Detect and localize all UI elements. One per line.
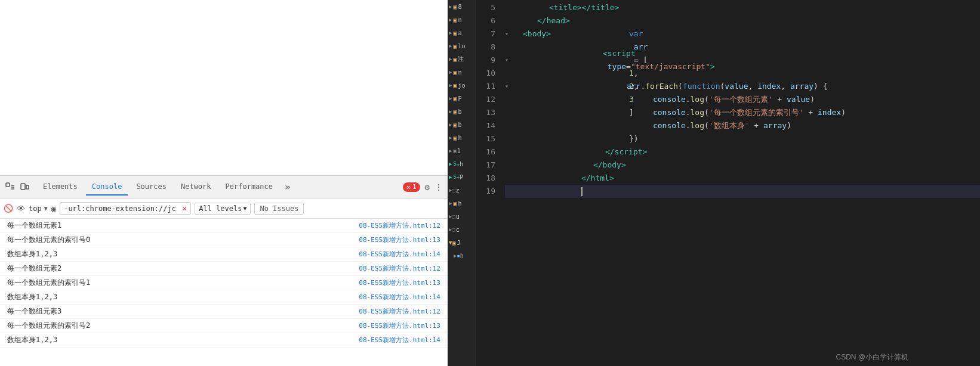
code-line-5: <title></title> (505, 1, 980, 14)
tab-console[interactable]: Console (86, 179, 128, 196)
devtools-toolbar: Elements Console Sources Network Perform… (0, 176, 448, 198)
tab-more[interactable]: » (281, 181, 294, 193)
tree-item[interactable]: ▶▣8 (448, 0, 476, 13)
list-item[interactable]: 数组本身1,2,3 08-ES5新增方法.html:14 (0, 290, 448, 305)
log-source[interactable]: 08-ES5新增方法.html:12 (359, 221, 440, 230)
tree-item[interactable]: ▶▣n (448, 66, 476, 79)
error-icon: ✕ (406, 183, 411, 191)
log-source[interactable]: 08-ES5新增方法.html:13 (359, 321, 440, 330)
more-options-icon[interactable]: ⋮ (434, 182, 443, 192)
list-item[interactable]: 每一个数组元素的索引号1 08-ES5新增方法.html:13 (0, 276, 448, 290)
tab-elements[interactable]: Elements (37, 179, 84, 196)
top-dropdown-arrow[interactable]: ▼ (44, 205, 48, 212)
line-num: 17 (481, 159, 495, 172)
console-filter-bar: 🚫 👁 top ▼ ◉ ✕ All levels ▼ No Issues (0, 198, 448, 219)
tree-item[interactable]: ▼▣J (448, 236, 476, 249)
toolbar-icons (5, 182, 30, 193)
tree-item[interactable]: ▶S+P (448, 170, 476, 184)
list-item[interactable]: 每一个数组元素3 08-ES5新增方法.html:12 (0, 305, 448, 319)
log-source[interactable]: 08-ES5新增方法.html:13 (359, 235, 440, 244)
tree-item[interactable]: ▶▣jo (448, 79, 476, 92)
fold-indicator[interactable] (505, 54, 509, 67)
list-item[interactable]: 数组本身1,2,3 08-ES5新增方法.html:14 (0, 247, 448, 262)
log-text: 数组本身1,2,3 (7, 249, 57, 259)
device-icon[interactable] (19, 182, 30, 193)
right-panel: ▶▣8 ▶▣n ▶▣a ▶▣lo ▶▣注 ▶▣n ▶▣jo ▶▣P ▶▣b ▶▣… (448, 0, 980, 366)
svg-rect-0 (6, 183, 10, 187)
line-num: 16 (481, 145, 495, 159)
line-num: 14 (481, 119, 495, 132)
code-editor-panel: 5 6 7 8 9 10 11 12 13 14 15 16 17 18 19 (476, 0, 980, 366)
log-text: 每一个数组元素的索引号0 (7, 235, 90, 245)
tab-performance[interactable]: Performance (220, 179, 279, 196)
log-source[interactable]: 08-ES5新增方法.html:12 (359, 307, 440, 316)
file-tree: ▶▣8 ▶▣n ▶▣a ▶▣lo ▶▣注 ▶▣n ▶▣jo ▶▣P ▶▣b ▶▣… (448, 0, 476, 366)
inspect-icon[interactable] (5, 182, 16, 193)
fold-indicator[interactable] (505, 80, 509, 93)
tree-item[interactable]: ▶□z (448, 184, 476, 197)
log-source[interactable]: 08-ES5新增方法.html:14 (359, 250, 440, 259)
issues-filter[interactable]: No Issues (254, 203, 304, 215)
log-text: 数组本身1,2,3 (7, 335, 57, 345)
top-label: top (29, 204, 42, 213)
settings-icon[interactable]: ⚙ (425, 182, 430, 192)
list-item[interactable]: 每一个数组元素2 08-ES5新增方法.html:12 (0, 262, 448, 276)
toolbar-right: ✕ 1 ⚙ ⋮ (403, 182, 443, 192)
line-num: 6 (481, 14, 495, 27)
list-item[interactable]: 每一个数组元素1 08-ES5新增方法.html:12 (0, 219, 448, 233)
code-line-19 (505, 185, 980, 198)
filter-input-wrap[interactable]: ✕ (60, 202, 191, 215)
error-badge[interactable]: ✕ 1 (403, 182, 420, 192)
log-source[interactable]: 08-ES5新增方法.html:14 (359, 336, 440, 345)
text-cursor (581, 187, 583, 196)
watermark: CSDN @小白学计算机 (836, 352, 908, 362)
tree-item[interactable]: ▶□u (448, 210, 476, 223)
tree-item[interactable]: ▶▣n (448, 13, 476, 26)
tab-sources[interactable]: Sources (130, 179, 172, 196)
tree-item[interactable]: ▶▪h (448, 249, 476, 262)
webpage-preview (0, 0, 448, 176)
block-icon[interactable]: 🚫 (4, 204, 13, 213)
svg-rect-5 (26, 185, 29, 189)
top-selector[interactable]: top ▼ (29, 204, 48, 213)
list-item[interactable]: 数组本身1,2,3 08-ES5新增方法.html:14 (0, 333, 448, 348)
line-num: 10 (481, 67, 495, 80)
tree-item[interactable]: ▶S+h (448, 157, 476, 170)
log-text: 每一个数组元素的索引号1 (7, 278, 90, 288)
live-expressions-icon[interactable]: ◉ (51, 204, 56, 213)
log-level-dropdown[interactable]: All levels ▼ (195, 203, 251, 215)
eye-icon[interactable]: 👁 (17, 204, 25, 213)
fold-indicator[interactable] (505, 27, 509, 41)
tree-item[interactable]: ▶▣h (448, 197, 476, 210)
list-item[interactable]: 每一个数组元素的索引号2 08-ES5新增方法.html:13 (0, 319, 448, 333)
tree-item[interactable]: ▶▣h (448, 131, 476, 144)
filter-clear-icon[interactable]: ✕ (182, 204, 187, 213)
tab-network[interactable]: Network (175, 179, 217, 196)
log-source[interactable]: 08-ES5新增方法.html:12 (359, 264, 440, 273)
filter-input[interactable] (64, 204, 182, 213)
list-item[interactable]: 每一个数组元素的索引号0 08-ES5新增方法.html:13 (0, 233, 448, 247)
log-text: 数组本身1,2,3 (7, 292, 57, 302)
tree-item[interactable]: ▶▣注 (448, 52, 476, 66)
tree-item[interactable]: ▶▣b (448, 118, 476, 131)
log-level-arrow: ▼ (243, 205, 246, 212)
line-num: 12 (481, 93, 495, 106)
tree-item[interactable]: ▶▣lo (448, 39, 476, 52)
line-num: 8 (481, 41, 495, 54)
line-num: 5 (481, 1, 495, 14)
tree-item[interactable]: ▶▣P (448, 92, 476, 105)
log-source[interactable]: 08-ES5新增方法.html:13 (359, 278, 440, 287)
tree-item[interactable]: ▶▣b (448, 105, 476, 118)
code-editor[interactable]: 5 6 7 8 9 10 11 12 13 14 15 16 17 18 19 (476, 0, 980, 366)
tree-item[interactable]: ▶▣1 (448, 144, 476, 157)
console-log-area: 每一个数组元素1 08-ES5新增方法.html:12 每一个数组元素的索引号0… (0, 219, 448, 366)
log-text: 每一个数组元素的索引号2 (7, 321, 90, 331)
line-num: 7 (481, 27, 495, 41)
log-level-label: All levels (199, 204, 242, 213)
tree-item[interactable]: ▶▣a (448, 26, 476, 39)
line-num: 15 (481, 132, 495, 145)
code-content[interactable]: <title></title> </head> <body> (505, 0, 980, 366)
tree-item[interactable]: ▶□c (448, 223, 476, 236)
error-count: 1 (412, 183, 417, 191)
log-source[interactable]: 08-ES5新增方法.html:14 (359, 293, 440, 302)
